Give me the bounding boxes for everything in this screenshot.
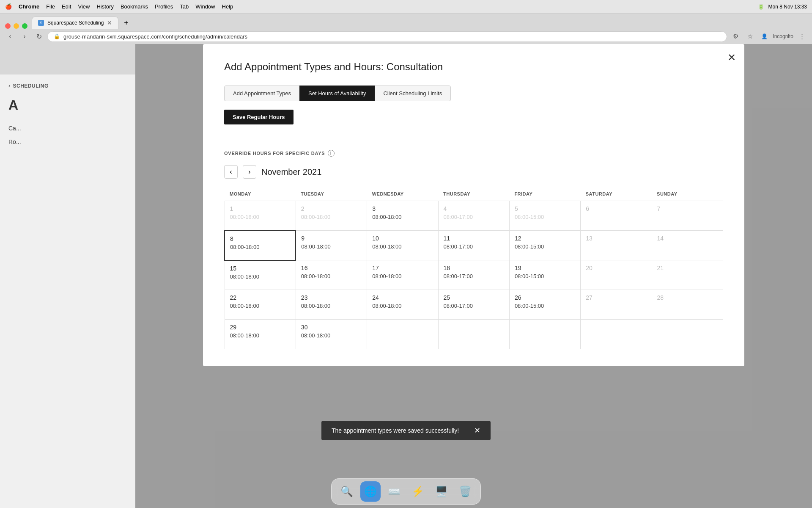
calendar-cell[interactable]: 2208:00-18:00 xyxy=(225,290,296,320)
calendar-cell[interactable]: 2908:00-18:00 xyxy=(225,320,296,349)
cell-day-number: 13 xyxy=(586,235,646,242)
tab-add-appointment-types[interactable]: Add Appointment Types xyxy=(224,86,300,101)
nav-forward-button[interactable]: › xyxy=(19,30,30,42)
menu-edit[interactable]: Edit xyxy=(62,3,71,10)
dock-screen[interactable]: 🖥️ xyxy=(431,481,452,502)
calendar-cell[interactable]: 7 xyxy=(652,201,723,231)
calendar-cell[interactable]: 1908:00-15:00 xyxy=(509,260,580,290)
cell-day-number: 10 xyxy=(372,235,433,242)
profile-button[interactable]: 👤 xyxy=(758,30,770,42)
calendar-cell[interactable]: 1108:00-17:00 xyxy=(438,231,509,260)
menu-view[interactable]: View xyxy=(78,3,90,10)
cell-day-number: 7 xyxy=(657,205,718,212)
calendar-cell[interactable]: 28 xyxy=(652,290,723,320)
calendar-cell[interactable]: 2308:00-18:00 xyxy=(296,290,367,320)
calendar-cell[interactable]: 2408:00-18:00 xyxy=(367,290,438,320)
window-close[interactable] xyxy=(5,23,11,29)
window-minimize[interactable] xyxy=(14,23,19,29)
menu-dots-button[interactable]: ⋮ xyxy=(796,30,808,42)
calendar-next-button[interactable]: › xyxy=(243,165,256,179)
calendar-cell[interactable]: 908:00-18:00 xyxy=(296,231,367,260)
dock-chrome[interactable]: 🌐 xyxy=(360,481,381,502)
browser-chrome: S Squarespace Scheduling ✕ + ‹ › ↻ 🔒 gro… xyxy=(0,14,812,44)
calendar-cell[interactable]: 27 xyxy=(581,290,652,320)
toast-close-button[interactable]: ✕ xyxy=(474,427,480,434)
calendar-prev-button[interactable]: ‹ xyxy=(224,165,238,179)
menu-history[interactable]: History xyxy=(96,3,113,10)
menu-help[interactable]: Help xyxy=(222,3,233,10)
calendar-cell[interactable]: 20 xyxy=(581,260,652,290)
cell-hours-text: 08:00-17:00 xyxy=(444,214,504,220)
cell-hours-text: 08:00-17:00 xyxy=(444,273,504,279)
sidebar: ‹ SCHEDULING A Ca... Ro... xyxy=(0,75,135,508)
calendar-cell[interactable]: 2508:00-17:00 xyxy=(438,290,509,320)
calendar-cell[interactable]: 1608:00-18:00 xyxy=(296,260,367,290)
cell-hours-text: 08:00-18:00 xyxy=(372,273,433,279)
cell-day-number: 11 xyxy=(444,235,504,242)
extensions-button[interactable]: ⚙ xyxy=(730,30,741,42)
calendar-cell[interactable]: 1708:00-18:00 xyxy=(367,260,438,290)
menu-chrome[interactable]: Chrome xyxy=(19,3,39,10)
dock-reeder[interactable]: ⚡ xyxy=(408,481,428,502)
bookmark-button[interactable]: ☆ xyxy=(744,30,756,42)
menu-profiles[interactable]: Profiles xyxy=(155,3,173,10)
menu-bookmarks[interactable]: Bookmarks xyxy=(121,3,148,10)
calendar-cell[interactable]: 108:00-18:00 xyxy=(225,201,296,231)
calendar-cell[interactable]: 508:00-15:00 xyxy=(509,201,580,231)
calendar-cell[interactable]: 808:00-18:00 xyxy=(225,231,296,260)
sidebar-nav-calendars[interactable]: Ca... xyxy=(8,121,127,135)
calendar-cell[interactable]: 208:00-18:00 xyxy=(296,201,367,231)
calendar-cell[interactable]: 21 xyxy=(652,260,723,290)
calendar-cell[interactable]: 6 xyxy=(581,201,652,231)
calendar-cell[interactable]: 13 xyxy=(581,231,652,260)
calendar-cell[interactable]: 408:00-17:00 xyxy=(438,201,509,231)
cell-day-number: 19 xyxy=(515,265,575,271)
tab-close-button[interactable]: ✕ xyxy=(107,19,112,26)
dock-trash[interactable]: 🗑️ xyxy=(455,481,475,502)
window-maximize[interactable] xyxy=(22,23,27,29)
lock-icon: 🔒 xyxy=(54,33,60,39)
dock-finder[interactable]: 🔍 xyxy=(337,481,357,502)
calendar-cell[interactable]: 3008:00-18:00 xyxy=(296,320,367,349)
calendar-cell[interactable]: 1808:00-17:00 xyxy=(438,260,509,290)
new-tab-button[interactable]: + xyxy=(120,17,132,29)
browser-tab[interactable]: S Squarespace Scheduling ✕ xyxy=(32,17,118,29)
calendar-cell[interactable]: 1208:00-15:00 xyxy=(509,231,580,260)
menu-tab[interactable]: Tab xyxy=(180,3,189,10)
nav-reload-button[interactable]: ↻ xyxy=(33,30,45,42)
calendar-cell[interactable]: 14 xyxy=(652,231,723,260)
dock: 🔍 🌐 ⌨️ ⚡ 🖥️ 🗑️ xyxy=(331,478,481,505)
tab-client-limits[interactable]: Client Scheduling Limits xyxy=(374,86,451,101)
tab-set-hours[interactable]: Set Hours of Availability xyxy=(299,86,375,101)
col-wednesday: WEDNESDAY xyxy=(367,187,438,201)
scheduling-back-link[interactable]: ‹ SCHEDULING xyxy=(8,83,127,89)
cell-hours-text: 08:00-18:00 xyxy=(301,332,362,339)
override-info-icon[interactable]: i xyxy=(328,150,335,157)
calendar-cell[interactable]: 1508:00-18:00 xyxy=(225,260,296,290)
save-regular-hours-button[interactable]: Save Regular Hours xyxy=(224,110,294,124)
menu-window[interactable]: Window xyxy=(195,3,215,10)
cell-day-number: 28 xyxy=(657,294,718,301)
menu-file[interactable]: File xyxy=(46,3,55,10)
calendar-cell[interactable]: 2608:00-15:00 xyxy=(509,290,580,320)
calendar-cell[interactable] xyxy=(509,320,580,349)
cell-day-number: 25 xyxy=(444,294,504,301)
calendar-cell[interactable] xyxy=(652,320,723,349)
calendar-cell[interactable]: 308:00-18:00 xyxy=(367,201,438,231)
calendar-cell[interactable]: 1008:00-18:00 xyxy=(367,231,438,260)
calendar-cell[interactable] xyxy=(367,320,438,349)
address-bar[interactable]: 🔒 grouse-mandarin-sxnl.squarespace.com/c… xyxy=(47,31,727,42)
apple-menu[interactable]: 🍎 xyxy=(5,3,12,10)
nav-back-button[interactable]: ‹ xyxy=(4,30,16,42)
modal-close-button[interactable]: ✕ xyxy=(727,52,736,63)
menu-bar: 🍎 Chrome File Edit View History Bookmark… xyxy=(0,0,812,14)
calendar-cell[interactable] xyxy=(438,320,509,349)
dock-terminal[interactable]: ⌨️ xyxy=(384,481,404,502)
calendar-cell[interactable] xyxy=(581,320,652,349)
cell-day-number: 9 xyxy=(301,235,362,242)
cell-hours-text: 08:00-18:00 xyxy=(301,214,362,220)
cell-day-number: 30 xyxy=(301,324,362,331)
sidebar-nav-reminders[interactable]: Ro... xyxy=(8,135,127,149)
cell-day-number: 3 xyxy=(372,205,433,212)
cell-hours-text: 08:00-18:00 xyxy=(230,332,291,339)
